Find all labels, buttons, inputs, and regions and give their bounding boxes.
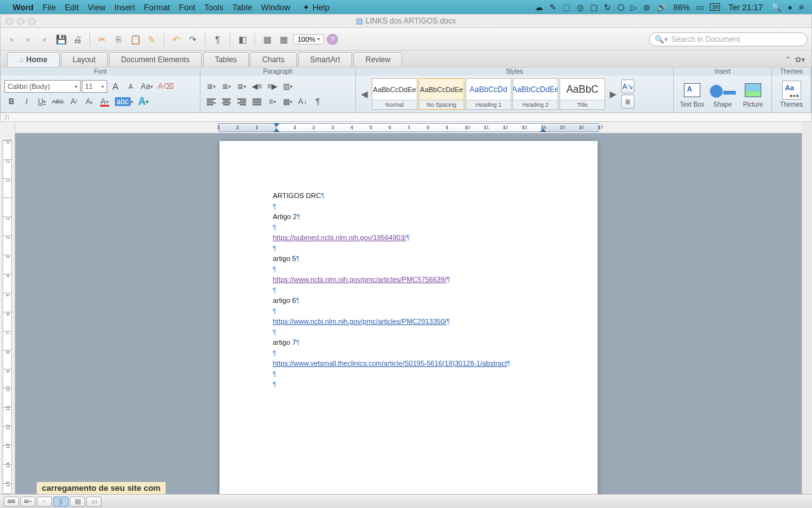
sort-button[interactable]: A↓ — [296, 95, 310, 109]
menu-tools[interactable]: Tools — [204, 3, 223, 12]
vertical-scrollbar[interactable] — [802, 122, 812, 494]
doc-line[interactable]: ARTIGOS DRC¶ — [273, 190, 544, 201]
tab-home[interactable]: ⌂Home — [7, 52, 60, 67]
align-center-button[interactable] — [219, 95, 233, 109]
view-notebook-button[interactable]: ▤ — [70, 497, 85, 507]
doc-line[interactable]: artigo 5¶ — [273, 253, 544, 264]
increase-indent-button[interactable]: ≡▶ — [265, 79, 279, 93]
doc-line[interactable]: artigo 7¶ — [273, 337, 544, 348]
menu-insert[interactable]: Insert — [114, 3, 135, 12]
battery-icon[interactable]: ▭ — [696, 3, 704, 12]
style-heading-2[interactable]: AaBbCcDdEeHeading 2 — [513, 78, 558, 110]
text-effects-button[interactable]: A▾ — [136, 95, 150, 109]
superscript-button[interactable]: A² — [67, 95, 81, 109]
style-normal[interactable]: AaBbCcDdEeNormal — [372, 78, 417, 110]
horizontal-ruler[interactable]: 3211234567891011121314151617 — [15, 122, 802, 133]
help-button[interactable]: ? — [327, 34, 338, 45]
redo-button[interactable]: ↷ — [186, 32, 200, 46]
doc-line[interactable]: ¶ — [273, 327, 544, 338]
font-name-select[interactable]: Calibri (Body)▾ — [4, 80, 81, 93]
line-spacing-button[interactable]: ≡▾ — [265, 95, 279, 109]
document-page[interactable]: ARTIGOS DRC¶¶Artigo 2¶¶https://pubmed.nc… — [219, 141, 598, 494]
wifi-icon[interactable]: ⊚ — [643, 3, 650, 12]
volume-icon[interactable]: 🔊 — [657, 3, 667, 12]
doc-line[interactable]: artigo 6¶ — [273, 295, 544, 306]
bullets-button[interactable]: ≣▾ — [204, 79, 218, 93]
vertical-ruler[interactable]: 321123456789101112131415 — [0, 122, 15, 494]
zoom-button[interactable] — [29, 18, 36, 25]
columns-button[interactable]: ▥▾ — [280, 79, 294, 93]
bold-button[interactable]: B — [4, 95, 18, 109]
search-input[interactable]: 🔍▾Search in Document — [649, 32, 808, 46]
menu-file[interactable]: File — [43, 3, 56, 12]
doc-line[interactable]: ¶ — [273, 369, 544, 380]
view-print-button[interactable]: ▯ — [53, 497, 69, 507]
numbering-button[interactable]: ≣▾ — [219, 79, 233, 93]
print-button[interactable]: 🖨 — [70, 32, 84, 46]
sync-icon[interactable]: ↻ — [604, 3, 611, 12]
sidebar-button[interactable]: ◧ — [235, 32, 249, 46]
target-icon[interactable]: ◎ — [577, 3, 584, 12]
hyperlink[interactable]: https://www.ncbi.nlm.nih.gov/pmc/article… — [273, 276, 447, 283]
user-icon[interactable]: ● — [788, 3, 793, 12]
clear-format-button[interactable]: A⌫ — [156, 79, 176, 93]
decrease-indent-button[interactable]: ◀≡ — [250, 79, 264, 93]
app-name[interactable]: Word — [13, 3, 34, 12]
evernote-icon[interactable]: ✎ — [549, 3, 556, 12]
save-button[interactable]: 💾 — [54, 32, 68, 46]
font-size-select[interactable]: 11▾ — [82, 80, 107, 93]
style-heading-1[interactable]: AaBbCcDdHeading 1 — [466, 78, 511, 110]
doc-line[interactable]: https://pubmed.ncbi.nlm.nih.gov/18564903… — [273, 232, 544, 243]
style-title[interactable]: AaBbCTitle — [560, 78, 605, 110]
underline-button[interactable]: U▾ — [35, 95, 49, 109]
cut-button[interactable]: ✂ — [95, 32, 109, 46]
styles-next-button[interactable]: ▶ — [607, 89, 619, 99]
dropbox-icon[interactable]: ⬡ — [617, 3, 624, 12]
picture-button[interactable]: Picture — [738, 79, 768, 109]
toolbox-button[interactable]: ▦ — [260, 32, 274, 46]
menu-table[interactable]: Table — [232, 3, 252, 12]
shrink-font-button[interactable]: A — [124, 79, 138, 93]
tab-tables[interactable]: Tables — [203, 52, 249, 67]
tab-layout[interactable]: Layout — [61, 52, 108, 67]
highlight-button[interactable]: abc▾ — [113, 95, 135, 109]
menu-format[interactable]: Format — [144, 3, 170, 12]
change-case-button[interactable]: Aa▾ — [139, 79, 155, 93]
styles-list-button[interactable]: ≣ — [621, 95, 634, 109]
hanging-indent[interactable] — [273, 128, 280, 132]
subscript-button[interactable]: A₂ — [82, 95, 96, 109]
menu-window[interactable]: Window — [261, 3, 290, 12]
doc-line[interactable]: ¶ — [273, 243, 544, 254]
traffic-lights[interactable] — [6, 18, 36, 25]
doc-line[interactable]: Artigo 2¶ — [273, 211, 544, 222]
grow-font-button[interactable]: A — [108, 79, 122, 93]
doc-line[interactable]: ¶ — [273, 306, 544, 317]
menu-edit[interactable]: Edit — [65, 3, 79, 12]
menu-help[interactable]: Help — [313, 3, 330, 12]
display-icon[interactable]: ▢ — [590, 3, 598, 12]
paste-button[interactable]: 📋 — [128, 32, 142, 46]
align-left-button[interactable] — [204, 95, 218, 109]
shading-button[interactable]: ▦▾ — [280, 95, 294, 109]
menu-font[interactable]: Font — [179, 3, 195, 12]
media-button[interactable]: ▦ — [277, 32, 291, 46]
strike-button[interactable]: ABC — [50, 95, 66, 109]
view-publishing-button[interactable]: ▫ — [37, 497, 52, 507]
align-right-button[interactable] — [235, 95, 249, 109]
spotlight-icon[interactable]: 🔍 — [771, 3, 782, 12]
italic-button[interactable]: I — [20, 95, 34, 109]
cloud-icon[interactable]: ☁ — [535, 3, 543, 12]
document-scroll[interactable]: 3211234567891011121314151617 ARTIGOS DRC… — [15, 122, 802, 494]
styles-pane-button[interactable]: A↘ — [621, 79, 634, 93]
hyperlink[interactable]: https://www.ncbi.nlm.nih.gov/pmc/article… — [273, 318, 447, 325]
style-no-spacing[interactable]: AaBbCcDdEeNo Spacing — [419, 78, 464, 110]
doc-line[interactable]: ¶ — [273, 348, 544, 359]
cat-icon[interactable]: ⬚ — [563, 3, 570, 12]
open-button[interactable]: ▫ — [37, 32, 51, 46]
doc-line[interactable]: https://www.vetsmall.theclinics.com/arti… — [273, 358, 544, 369]
hyperlink[interactable]: https://pubmed.ncbi.nlm.nih.gov/18564903… — [273, 234, 406, 241]
doc-line[interactable]: ¶ — [273, 264, 544, 275]
themes-button[interactable]: Themes — [777, 79, 806, 109]
doc-line[interactable]: ¶ — [273, 222, 544, 233]
doc-line[interactable]: https://www.ncbi.nlm.nih.gov/pmc/article… — [273, 274, 544, 285]
